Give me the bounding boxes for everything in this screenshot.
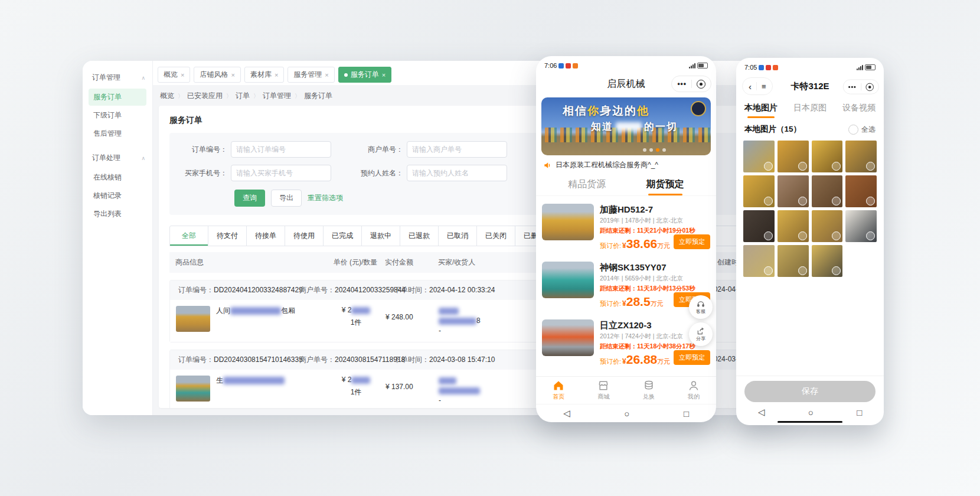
photo-tile[interactable] bbox=[812, 175, 843, 207]
close-icon[interactable]: × bbox=[325, 71, 328, 79]
close-icon[interactable]: × bbox=[181, 71, 184, 79]
photo-tile[interactable] bbox=[812, 245, 843, 277]
photo-select-circle[interactable] bbox=[764, 266, 773, 275]
android-recents-icon[interactable]: □ bbox=[857, 407, 862, 417]
sidebar-item-online-verify[interactable]: 在线核销 bbox=[89, 169, 146, 186]
sidebar-item-export-list[interactable]: 导出列表 bbox=[89, 205, 146, 223]
tab-device-videos[interactable]: 设备视频 bbox=[842, 103, 876, 118]
reset-filters-link[interactable]: 重置筛选项 bbox=[308, 193, 343, 203]
photo-tile[interactable] bbox=[743, 210, 775, 242]
product-card-kobelco-sk75[interactable]: 神钢SK75YT08 2016年 | 2205小时 | 北京-北京 距结束还剩：… bbox=[542, 372, 710, 376]
android-back-icon[interactable]: ◁ bbox=[563, 408, 570, 419]
photo-select-circle[interactable] bbox=[798, 266, 807, 275]
export-button[interactable]: 导出 bbox=[271, 190, 302, 207]
close-icon[interactable]: × bbox=[275, 71, 278, 79]
more-icon[interactable]: ••• bbox=[677, 80, 687, 88]
status-tab-all[interactable]: 全部 bbox=[170, 226, 208, 246]
breadcrumb-item[interactable]: 概览 bbox=[160, 91, 174, 101]
tab-shop-style[interactable]: 店铺风格 × bbox=[194, 67, 240, 83]
status-tab-pending-accept[interactable]: 待接单 bbox=[247, 226, 285, 246]
close-target-icon[interactable] bbox=[697, 80, 705, 89]
share-fab[interactable]: 分享 bbox=[689, 322, 713, 346]
sidebar-group-order-management[interactable]: 订单管理 ∧ bbox=[83, 68, 152, 87]
book-now-button[interactable]: 立即预定 bbox=[674, 350, 710, 365]
tab-local-images[interactable]: 本地图片 bbox=[744, 103, 778, 118]
close-icon[interactable]: × bbox=[382, 71, 386, 79]
photo-tile[interactable] bbox=[778, 245, 809, 277]
sidebar-group-order-processing[interactable]: 订单处理 ∧ bbox=[83, 148, 152, 168]
radio-icon[interactable] bbox=[848, 125, 858, 135]
photo-tile[interactable] bbox=[812, 210, 843, 242]
photo-tile[interactable] bbox=[845, 210, 877, 242]
photo-tile[interactable] bbox=[778, 141, 809, 172]
photo-select-circle[interactable] bbox=[764, 162, 773, 171]
tabbar-home[interactable]: 首页 bbox=[536, 377, 581, 404]
merchant-no-input[interactable] bbox=[407, 141, 507, 158]
close-icon[interactable]: × bbox=[231, 71, 234, 79]
android-back-icon[interactable]: ◁ bbox=[758, 407, 765, 417]
breadcrumb-item[interactable]: 订单管理 bbox=[263, 91, 291, 101]
status-tab-refunding[interactable]: 退款中 bbox=[362, 226, 400, 246]
photo-tile[interactable] bbox=[743, 175, 775, 207]
photo-tile[interactable] bbox=[845, 141, 877, 172]
tab-futures-booking[interactable]: 期货预定 bbox=[646, 178, 684, 195]
photo-select-circle[interactable] bbox=[798, 162, 807, 171]
status-tab-pending-use[interactable]: 待使用 bbox=[285, 226, 324, 246]
order-no-input[interactable] bbox=[231, 141, 331, 158]
photo-select-circle[interactable] bbox=[866, 197, 875, 205]
sidebar-item-service-orders[interactable]: 服务订单 bbox=[89, 89, 146, 106]
photo-select-circle[interactable] bbox=[832, 197, 841, 205]
photo-tile[interactable] bbox=[845, 175, 877, 207]
tabbar-exchange[interactable]: 兑换 bbox=[626, 377, 671, 404]
photo-select-circle[interactable] bbox=[866, 231, 875, 240]
search-button[interactable]: 查询 bbox=[234, 190, 265, 207]
customer-service-fab[interactable]: 客服 bbox=[689, 295, 713, 319]
breadcrumb-item[interactable]: 服务订单 bbox=[304, 91, 332, 101]
hero-banner[interactable]: 相信你身边的他 知道的一切 bbox=[541, 97, 711, 155]
android-home-icon[interactable]: ○ bbox=[624, 409, 629, 419]
close-target-icon[interactable] bbox=[866, 83, 874, 91]
photo-tile[interactable] bbox=[778, 210, 809, 242]
product-thumbnail[interactable] bbox=[176, 306, 210, 332]
menu-icon[interactable]: ≡ bbox=[762, 82, 766, 91]
photo-tile[interactable] bbox=[743, 141, 775, 172]
save-button[interactable]: 保存 bbox=[744, 381, 876, 402]
product-card-kato[interactable]: 加藤HD512-7 2019年 | 1478小时 | 北京-北京 距结束还剩：1… bbox=[542, 198, 710, 256]
status-tab-completed[interactable]: 已完成 bbox=[324, 226, 362, 246]
photo-tile[interactable] bbox=[812, 141, 843, 172]
reserver-name-input[interactable] bbox=[407, 165, 507, 181]
sidebar-item-verify-records[interactable]: 核销记录 bbox=[89, 187, 146, 204]
photo-select-circle[interactable] bbox=[832, 266, 841, 275]
status-tab-refunded[interactable]: 已退款 bbox=[400, 226, 439, 246]
breadcrumb-item[interactable]: 订单 bbox=[236, 91, 250, 101]
product-card-kobelco-sk135[interactable]: 神钢SK135YY07 2014年 | 5659小时 | 北京-北京 距结束还剩… bbox=[542, 256, 710, 314]
photo-select-circle[interactable] bbox=[764, 197, 773, 205]
sidebar-item-aftersales[interactable]: 售后管理 bbox=[89, 125, 146, 142]
tabbar-profile[interactable]: 我的 bbox=[671, 377, 716, 404]
tab-japan-originals[interactable]: 日本原图 bbox=[793, 103, 827, 118]
photo-select-circle[interactable] bbox=[798, 197, 807, 205]
breadcrumb-item[interactable]: 已安装应用 bbox=[187, 91, 223, 101]
photo-select-circle[interactable] bbox=[764, 231, 773, 240]
status-tab-cancelled[interactable]: 已取消 bbox=[439, 226, 477, 246]
book-now-button[interactable]: 立即预定 bbox=[674, 234, 710, 249]
tab-service-orders[interactable]: 服务订单 × bbox=[338, 67, 391, 83]
photo-tile[interactable] bbox=[778, 175, 809, 207]
product-thumbnail[interactable] bbox=[176, 376, 210, 402]
photo-select-circle[interactable] bbox=[832, 162, 841, 171]
photo-select-circle[interactable] bbox=[832, 231, 841, 240]
buyer-phone-input[interactable] bbox=[231, 165, 331, 181]
product-card-hitachi[interactable]: 日立ZX120-3 2012年 | 7424小时 | 北京-北京 距结束还剩：1… bbox=[542, 314, 710, 372]
tab-premium-stock[interactable]: 精品货源 bbox=[568, 178, 606, 195]
android-recents-icon[interactable]: □ bbox=[684, 409, 689, 419]
photo-select-circle[interactable] bbox=[866, 162, 875, 171]
more-icon[interactable]: ••• bbox=[848, 83, 857, 91]
notice-bar[interactable]: 日本原装工程机械综合服务商^_^ bbox=[536, 155, 716, 175]
status-tab-unpaid[interactable]: 待支付 bbox=[208, 226, 247, 246]
product-name[interactable]: 生 bbox=[216, 376, 285, 406]
product-name[interactable]: 人间包厢 bbox=[216, 306, 295, 336]
photo-select-circle[interactable] bbox=[798, 231, 807, 240]
sidebar-item-sub-orders[interactable]: 下级订单 bbox=[89, 107, 146, 124]
tab-service-management[interactable]: 服务管理 × bbox=[288, 67, 334, 83]
back-icon[interactable]: ‹ bbox=[749, 81, 752, 92]
